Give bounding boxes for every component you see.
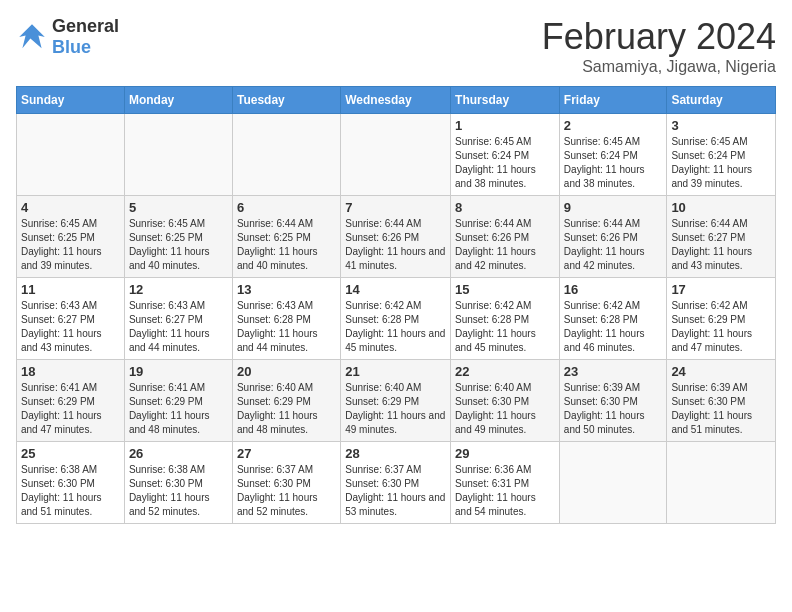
day-number: 24	[671, 364, 771, 379]
calendar-cell: 4Sunrise: 6:45 AM Sunset: 6:25 PM Daylig…	[17, 196, 125, 278]
day-info: Sunrise: 6:45 AM Sunset: 6:24 PM Dayligh…	[455, 135, 555, 191]
calendar-cell: 21Sunrise: 6:40 AM Sunset: 6:29 PM Dayli…	[341, 360, 451, 442]
day-info: Sunrise: 6:38 AM Sunset: 6:30 PM Dayligh…	[129, 463, 228, 519]
header-saturday: Saturday	[667, 87, 776, 114]
day-info: Sunrise: 6:45 AM Sunset: 6:24 PM Dayligh…	[564, 135, 663, 191]
week-row-1: 1Sunrise: 6:45 AM Sunset: 6:24 PM Daylig…	[17, 114, 776, 196]
day-number: 21	[345, 364, 446, 379]
calendar-cell: 26Sunrise: 6:38 AM Sunset: 6:30 PM Dayli…	[124, 442, 232, 524]
calendar-cell: 16Sunrise: 6:42 AM Sunset: 6:28 PM Dayli…	[559, 278, 667, 360]
calendar-cell: 6Sunrise: 6:44 AM Sunset: 6:25 PM Daylig…	[232, 196, 340, 278]
day-number: 15	[455, 282, 555, 297]
day-number: 3	[671, 118, 771, 133]
day-number: 4	[21, 200, 120, 215]
week-row-3: 11Sunrise: 6:43 AM Sunset: 6:27 PM Dayli…	[17, 278, 776, 360]
day-number: 26	[129, 446, 228, 461]
calendar-header-row: SundayMondayTuesdayWednesdayThursdayFrid…	[17, 87, 776, 114]
header-wednesday: Wednesday	[341, 87, 451, 114]
day-info: Sunrise: 6:42 AM Sunset: 6:29 PM Dayligh…	[671, 299, 771, 355]
calendar-cell	[124, 114, 232, 196]
day-number: 17	[671, 282, 771, 297]
day-number: 19	[129, 364, 228, 379]
calendar-cell: 7Sunrise: 6:44 AM Sunset: 6:26 PM Daylig…	[341, 196, 451, 278]
calendar-cell: 3Sunrise: 6:45 AM Sunset: 6:24 PM Daylig…	[667, 114, 776, 196]
logo-general: General	[52, 16, 119, 36]
day-info: Sunrise: 6:42 AM Sunset: 6:28 PM Dayligh…	[345, 299, 446, 355]
week-row-2: 4Sunrise: 6:45 AM Sunset: 6:25 PM Daylig…	[17, 196, 776, 278]
calendar-cell: 17Sunrise: 6:42 AM Sunset: 6:29 PM Dayli…	[667, 278, 776, 360]
day-info: Sunrise: 6:45 AM Sunset: 6:24 PM Dayligh…	[671, 135, 771, 191]
logo: General Blue	[16, 16, 119, 58]
svg-marker-0	[19, 24, 45, 48]
logo-text: General Blue	[52, 16, 119, 58]
day-info: Sunrise: 6:41 AM Sunset: 6:29 PM Dayligh…	[129, 381, 228, 437]
day-number: 6	[237, 200, 336, 215]
day-number: 25	[21, 446, 120, 461]
month-title: February 2024	[542, 16, 776, 58]
day-number: 13	[237, 282, 336, 297]
day-number: 27	[237, 446, 336, 461]
day-info: Sunrise: 6:44 AM Sunset: 6:26 PM Dayligh…	[345, 217, 446, 273]
day-info: Sunrise: 6:43 AM Sunset: 6:27 PM Dayligh…	[129, 299, 228, 355]
day-number: 1	[455, 118, 555, 133]
day-info: Sunrise: 6:45 AM Sunset: 6:25 PM Dayligh…	[129, 217, 228, 273]
day-info: Sunrise: 6:39 AM Sunset: 6:30 PM Dayligh…	[671, 381, 771, 437]
day-info: Sunrise: 6:42 AM Sunset: 6:28 PM Dayligh…	[564, 299, 663, 355]
calendar-cell	[341, 114, 451, 196]
calendar-cell: 28Sunrise: 6:37 AM Sunset: 6:30 PM Dayli…	[341, 442, 451, 524]
calendar-cell: 11Sunrise: 6:43 AM Sunset: 6:27 PM Dayli…	[17, 278, 125, 360]
day-number: 28	[345, 446, 446, 461]
day-info: Sunrise: 6:36 AM Sunset: 6:31 PM Dayligh…	[455, 463, 555, 519]
day-info: Sunrise: 6:43 AM Sunset: 6:28 PM Dayligh…	[237, 299, 336, 355]
day-info: Sunrise: 6:44 AM Sunset: 6:25 PM Dayligh…	[237, 217, 336, 273]
calendar-cell	[232, 114, 340, 196]
calendar-table: SundayMondayTuesdayWednesdayThursdayFrid…	[16, 86, 776, 524]
day-info: Sunrise: 6:42 AM Sunset: 6:28 PM Dayligh…	[455, 299, 555, 355]
header-friday: Friday	[559, 87, 667, 114]
calendar-cell: 9Sunrise: 6:44 AM Sunset: 6:26 PM Daylig…	[559, 196, 667, 278]
day-info: Sunrise: 6:44 AM Sunset: 6:27 PM Dayligh…	[671, 217, 771, 273]
calendar-cell: 8Sunrise: 6:44 AM Sunset: 6:26 PM Daylig…	[451, 196, 560, 278]
calendar-cell	[559, 442, 667, 524]
day-number: 9	[564, 200, 663, 215]
calendar-cell: 29Sunrise: 6:36 AM Sunset: 6:31 PM Dayli…	[451, 442, 560, 524]
header-monday: Monday	[124, 87, 232, 114]
header-tuesday: Tuesday	[232, 87, 340, 114]
day-info: Sunrise: 6:40 AM Sunset: 6:29 PM Dayligh…	[237, 381, 336, 437]
calendar-cell: 1Sunrise: 6:45 AM Sunset: 6:24 PM Daylig…	[451, 114, 560, 196]
calendar-cell: 2Sunrise: 6:45 AM Sunset: 6:24 PM Daylig…	[559, 114, 667, 196]
calendar-cell: 15Sunrise: 6:42 AM Sunset: 6:28 PM Dayli…	[451, 278, 560, 360]
calendar-cell: 27Sunrise: 6:37 AM Sunset: 6:30 PM Dayli…	[232, 442, 340, 524]
calendar-cell: 24Sunrise: 6:39 AM Sunset: 6:30 PM Dayli…	[667, 360, 776, 442]
day-number: 8	[455, 200, 555, 215]
week-row-5: 25Sunrise: 6:38 AM Sunset: 6:30 PM Dayli…	[17, 442, 776, 524]
day-number: 11	[21, 282, 120, 297]
week-row-4: 18Sunrise: 6:41 AM Sunset: 6:29 PM Dayli…	[17, 360, 776, 442]
calendar-cell: 14Sunrise: 6:42 AM Sunset: 6:28 PM Dayli…	[341, 278, 451, 360]
calendar-cell: 13Sunrise: 6:43 AM Sunset: 6:28 PM Dayli…	[232, 278, 340, 360]
day-info: Sunrise: 6:44 AM Sunset: 6:26 PM Dayligh…	[564, 217, 663, 273]
page-header: General Blue February 2024 Samamiya, Jig…	[16, 16, 776, 76]
day-number: 10	[671, 200, 771, 215]
day-info: Sunrise: 6:45 AM Sunset: 6:25 PM Dayligh…	[21, 217, 120, 273]
day-info: Sunrise: 6:43 AM Sunset: 6:27 PM Dayligh…	[21, 299, 120, 355]
day-info: Sunrise: 6:40 AM Sunset: 6:29 PM Dayligh…	[345, 381, 446, 437]
calendar-cell: 12Sunrise: 6:43 AM Sunset: 6:27 PM Dayli…	[124, 278, 232, 360]
day-number: 14	[345, 282, 446, 297]
calendar-cell: 22Sunrise: 6:40 AM Sunset: 6:30 PM Dayli…	[451, 360, 560, 442]
calendar-cell: 18Sunrise: 6:41 AM Sunset: 6:29 PM Dayli…	[17, 360, 125, 442]
header-sunday: Sunday	[17, 87, 125, 114]
day-number: 23	[564, 364, 663, 379]
day-info: Sunrise: 6:39 AM Sunset: 6:30 PM Dayligh…	[564, 381, 663, 437]
day-info: Sunrise: 6:40 AM Sunset: 6:30 PM Dayligh…	[455, 381, 555, 437]
calendar-cell: 10Sunrise: 6:44 AM Sunset: 6:27 PM Dayli…	[667, 196, 776, 278]
day-number: 2	[564, 118, 663, 133]
day-info: Sunrise: 6:41 AM Sunset: 6:29 PM Dayligh…	[21, 381, 120, 437]
day-info: Sunrise: 6:37 AM Sunset: 6:30 PM Dayligh…	[345, 463, 446, 519]
logo-icon	[16, 21, 48, 53]
day-number: 12	[129, 282, 228, 297]
day-info: Sunrise: 6:38 AM Sunset: 6:30 PM Dayligh…	[21, 463, 120, 519]
day-number: 20	[237, 364, 336, 379]
calendar-cell	[17, 114, 125, 196]
location-subtitle: Samamiya, Jigawa, Nigeria	[542, 58, 776, 76]
